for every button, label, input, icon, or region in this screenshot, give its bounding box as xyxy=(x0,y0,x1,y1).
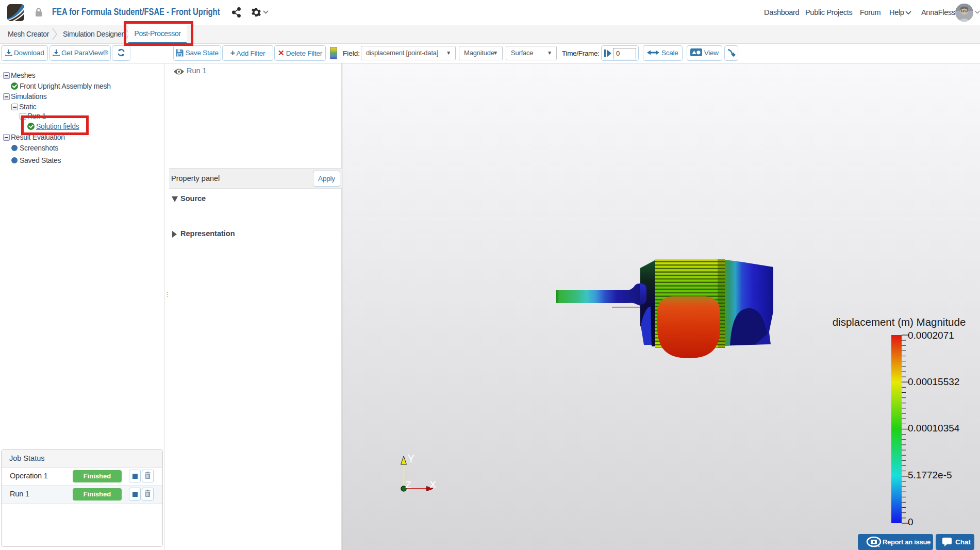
svg-text:Z: Z xyxy=(405,479,411,490)
svg-text:X: X xyxy=(429,479,436,490)
svg-text:Y: Y xyxy=(407,452,415,465)
